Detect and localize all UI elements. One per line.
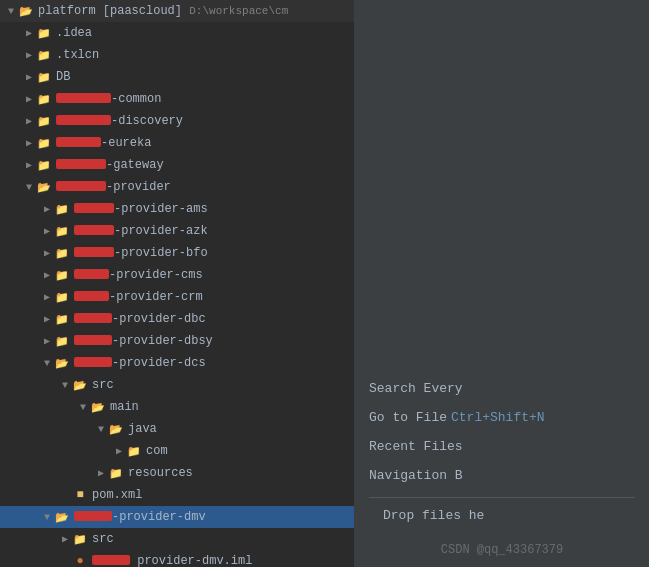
arrow-icon [40, 510, 54, 524]
tree-item-provider-dbsy[interactable]: -provider-dbsy [0, 330, 354, 352]
folder-icon [36, 69, 52, 85]
redacted-text [74, 269, 109, 279]
redacted-text [56, 159, 106, 169]
arrow-icon [22, 114, 36, 128]
tree-item-provider[interactable]: -provider [0, 176, 354, 198]
folder-icon [54, 223, 70, 239]
item-label: -provider-bfo [74, 246, 208, 260]
drop-zone-text: Drop files he [383, 508, 484, 523]
item-label: -provider-crm [74, 290, 203, 304]
goto-file-label: Go to File [369, 410, 447, 425]
redacted-text [74, 291, 109, 301]
folder-icon [54, 289, 70, 305]
tree-item-common[interactable]: -common [0, 88, 354, 110]
root-label-text: platform [paascloud] [38, 4, 182, 18]
item-label: -common [56, 92, 161, 106]
arrow-spacer [58, 554, 72, 567]
search-everywhere-label: Search Every [369, 381, 463, 396]
redacted-text [74, 247, 114, 257]
shortcut-recent-files[interactable]: Recent Files [369, 439, 635, 454]
shortcut-navigation-bar[interactable]: Navigation B [369, 468, 635, 483]
tree-item-discovery[interactable]: -discovery [0, 110, 354, 132]
arrow-icon [40, 312, 54, 326]
tree-item-provider-ams[interactable]: -provider-ams [0, 198, 354, 220]
divider [369, 497, 635, 498]
arrow-icon [22, 158, 36, 172]
tree-item-main[interactable]: main [0, 396, 354, 418]
file-tree-panel[interactable]: platform [paascloud] D:\workspace\cm .id… [0, 0, 355, 567]
tree-item-provider-dmv[interactable]: -provider-dmv [0, 506, 354, 528]
tree-item-provider-cms[interactable]: -provider-cms [0, 264, 354, 286]
drop-zone: Drop files he [369, 504, 635, 527]
folder-icon [36, 25, 52, 41]
watermark-text: CSDN @qq_43367379 [441, 543, 563, 557]
shortcut-goto-file[interactable]: Go to File Ctrl+Shift+N [369, 410, 635, 425]
arrow-icon [22, 48, 36, 62]
tree-item-src[interactable]: src [0, 374, 354, 396]
folder-open-icon [36, 179, 52, 195]
item-label: -provider-dcs [74, 356, 206, 370]
arrow-icon [22, 92, 36, 106]
watermark: CSDN @qq_43367379 [355, 537, 649, 557]
item-label: -discovery [56, 114, 183, 128]
redacted-text [74, 511, 112, 521]
tree-item-root[interactable]: platform [paascloud] D:\workspace\cm [0, 0, 354, 22]
folder-icon [54, 201, 70, 217]
tree-item-provider-crm[interactable]: -provider-crm [0, 286, 354, 308]
arrow-icon [22, 180, 36, 194]
file-iml-icon: ● [72, 553, 88, 567]
tree-item-provider-dbc[interactable]: -provider-dbc [0, 308, 354, 330]
tree-item-pom-xml-1[interactable]: ■ pom.xml [0, 484, 354, 506]
arrow-icon [40, 224, 54, 238]
redacted-text [56, 93, 111, 103]
tree-item-resources[interactable]: resources [0, 462, 354, 484]
redacted-text [74, 335, 112, 345]
arrow-icon [40, 268, 54, 282]
arrow-icon [4, 4, 18, 18]
tree-item-db[interactable]: DB [0, 66, 354, 88]
folder-open-icon [108, 421, 124, 437]
arrow-spacer [58, 488, 72, 502]
folder-icon [36, 157, 52, 173]
tree-item-src2[interactable]: src [0, 528, 354, 550]
arrow-icon [40, 356, 54, 370]
tree-item-provider-azk[interactable]: -provider-azk [0, 220, 354, 242]
tree-item-provider-bfo[interactable]: -provider-bfo [0, 242, 354, 264]
arrow-icon [76, 400, 90, 414]
folder-icon [54, 311, 70, 327]
tree-item-gateway[interactable]: -gateway [0, 154, 354, 176]
redacted-text [92, 555, 130, 565]
item-label: -provider-dbc [74, 312, 206, 326]
redacted-text [56, 137, 101, 147]
tree-item-txlcn[interactable]: .txlcn [0, 44, 354, 66]
redacted-text [74, 203, 114, 213]
folder-icon [36, 47, 52, 63]
item-label: com [146, 444, 168, 458]
tree-item-com[interactable]: com [0, 440, 354, 462]
tree-item-eureka[interactable]: -eureka [0, 132, 354, 154]
arrow-icon [40, 202, 54, 216]
folder-open-icon [54, 355, 70, 371]
redacted-text [56, 115, 111, 125]
item-label: -eureka [56, 136, 151, 150]
root-path: D:\workspace\cm [189, 5, 288, 17]
arrow-icon [40, 334, 54, 348]
right-panel: Search Every Go to File Ctrl+Shift+N Rec… [355, 0, 649, 567]
arrow-icon [40, 290, 54, 304]
root-label: platform [paascloud] D:\workspace\cm [38, 4, 288, 18]
redacted-text [74, 357, 112, 367]
tree-item-idea[interactable]: .idea [0, 22, 354, 44]
tree-item-java[interactable]: java [0, 418, 354, 440]
tree-item-provider-dmv-iml[interactable]: ● provider-dmv.iml [0, 550, 354, 567]
redacted-text [56, 181, 106, 191]
tree-item-provider-dcs[interactable]: -provider-dcs [0, 352, 354, 374]
item-label: -provider-dmv [74, 510, 206, 524]
shortcut-search-everywhere[interactable]: Search Every [369, 381, 635, 396]
item-label: java [128, 422, 157, 436]
item-label: src [92, 532, 114, 546]
item-label: provider-dmv.iml [92, 554, 252, 567]
folder-icon [108, 465, 124, 481]
arrow-icon [22, 70, 36, 84]
item-label: .txlcn [56, 48, 99, 62]
shortcuts-container: Search Every Go to File Ctrl+Shift+N Rec… [355, 371, 649, 537]
